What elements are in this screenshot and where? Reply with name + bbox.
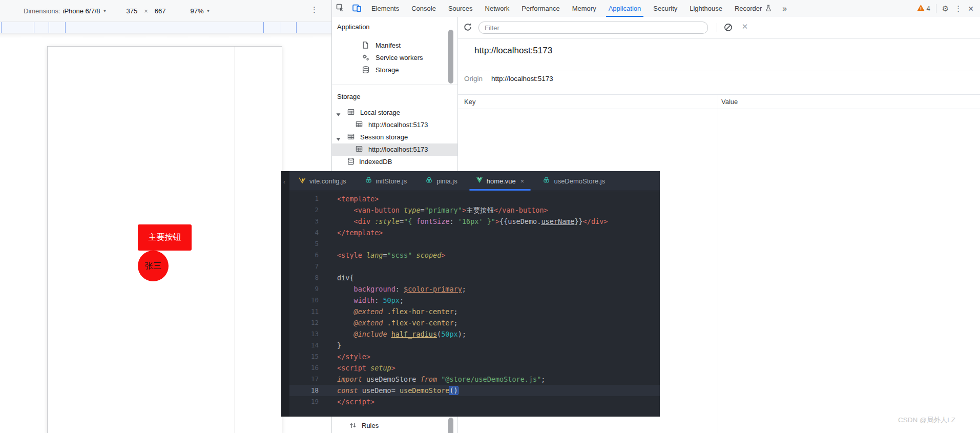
line-number[interactable]: 14 bbox=[289, 340, 324, 351]
code-line[interactable]: 5 bbox=[289, 238, 660, 250]
expand-arrow-icon[interactable] bbox=[336, 111, 341, 115]
line-number[interactable]: 12 bbox=[289, 317, 324, 328]
devtools-tab-console[interactable]: Console bbox=[405, 0, 442, 17]
tab-label: Application bbox=[609, 5, 641, 12]
line-number[interactable]: 17 bbox=[289, 374, 324, 385]
code-line[interactable]: 10 width: 50px; bbox=[289, 295, 660, 306]
line-number[interactable]: 3 bbox=[289, 216, 324, 227]
code-line[interactable]: 9 background: $color-primary; bbox=[289, 283, 660, 295]
code-line[interactable]: 18const useDemo= useDemoStore() bbox=[289, 385, 660, 396]
inspect-element-icon[interactable] bbox=[332, 0, 348, 17]
editor-tab-useDemoStore-js[interactable]: useDemoStore.js bbox=[533, 171, 614, 191]
code-lines[interactable]: 1<template>2 <van-button type="primary">… bbox=[289, 191, 660, 417]
expand-arrow-icon[interactable] bbox=[336, 135, 341, 139]
sidebar-scrollbar-thumb[interactable] bbox=[448, 30, 453, 84]
storage-tree-label: IndexedDB bbox=[359, 158, 392, 166]
code-line[interactable]: 15</style> bbox=[289, 351, 660, 362]
devtools-tab-performance[interactable]: Performance bbox=[515, 0, 566, 17]
editor-tab-pinia-js[interactable]: pinia.js bbox=[416, 171, 466, 191]
filter-input[interactable] bbox=[478, 22, 708, 34]
code-text: @extend .flex-hor-center; bbox=[324, 306, 458, 317]
primary-button[interactable]: 主要按钮 bbox=[138, 224, 192, 251]
editor-tab-initStore-js[interactable]: initStore.js bbox=[356, 171, 416, 191]
close-devtools-icon[interactable]: ✕ bbox=[968, 5, 974, 13]
editor-tab-vite-config-js[interactable]: vite.config.js bbox=[289, 171, 356, 191]
code-line[interactable]: 4</template> bbox=[289, 227, 660, 238]
storage-tree-item[interactable]: Session storage bbox=[332, 131, 457, 143]
storage-section-title: Storage bbox=[337, 93, 361, 100]
line-number[interactable]: 5 bbox=[289, 238, 324, 250]
devtools-menu-icon[interactable]: ⋮ bbox=[954, 4, 962, 13]
devtools-tab-recorder[interactable]: Recorder bbox=[728, 0, 778, 17]
line-number[interactable]: 13 bbox=[289, 328, 324, 340]
warning-count: 4 bbox=[927, 5, 930, 12]
code-line[interactable]: 2 <van-button type="primary">主要按钮</van-b… bbox=[289, 204, 660, 216]
column-header-value[interactable]: Value bbox=[721, 98, 738, 106]
sidebar-item-storage[interactable]: Storage bbox=[332, 64, 457, 76]
line-number[interactable]: 8 bbox=[289, 272, 324, 283]
devtools-tab-lighthouse[interactable]: Lighthouse bbox=[683, 0, 728, 17]
code-line[interactable]: 17import useDemoStore from "@store/useDe… bbox=[289, 374, 660, 385]
clear-icon[interactable]: ✕ bbox=[740, 22, 749, 32]
media-query-ruler[interactable] bbox=[0, 22, 331, 33]
code-line[interactable]: 11 @extend .flex-hor-center; bbox=[289, 306, 660, 317]
sidebar-item-service-workers[interactable]: Service workers bbox=[332, 52, 457, 64]
line-number[interactable]: 11 bbox=[289, 306, 324, 317]
line-number[interactable]: 7 bbox=[289, 261, 324, 272]
line-number[interactable]: 2 bbox=[289, 204, 324, 216]
code-line[interactable]: 12 @extend .flex-ver-center; bbox=[289, 317, 660, 328]
line-number[interactable]: 6 bbox=[289, 250, 324, 261]
code-line[interactable]: 3 <div :style="{ fontSize: '16px' }">{{u… bbox=[289, 216, 660, 227]
database-icon bbox=[347, 157, 355, 166]
warning-badge[interactable]: 4 bbox=[917, 4, 930, 13]
devtools-tab-elements[interactable]: Elements bbox=[365, 0, 405, 17]
storage-tree-item[interactable]: Local storage bbox=[332, 107, 457, 119]
column-header-key[interactable]: Key bbox=[464, 98, 475, 106]
refresh-icon[interactable] bbox=[463, 23, 473, 33]
line-number[interactable]: 16 bbox=[289, 362, 324, 374]
viewport-height-field[interactable]: 667 bbox=[155, 7, 166, 15]
settings-gear-icon[interactable]: ⚙ bbox=[942, 4, 949, 13]
line-number[interactable]: 4 bbox=[289, 227, 324, 238]
device-toolbar-menu-icon[interactable]: ⋮ bbox=[310, 5, 319, 14]
line-number[interactable]: 15 bbox=[289, 351, 324, 362]
line-number[interactable]: 9 bbox=[289, 283, 324, 295]
block-icon[interactable] bbox=[724, 23, 733, 32]
code-line[interactable]: 7 bbox=[289, 261, 660, 272]
line-number[interactable]: 19 bbox=[289, 396, 324, 407]
devtools-tab-memory[interactable]: Memory bbox=[566, 0, 602, 17]
line-number[interactable]: 18 bbox=[289, 385, 324, 396]
storage-tree-item[interactable]: IndexedDB bbox=[332, 156, 457, 168]
close-tab-icon[interactable]: × bbox=[520, 177, 525, 185]
code-line[interactable]: 19</script> bbox=[289, 396, 660, 407]
storage-tree-item[interactable]: http://localhost:5173 bbox=[332, 119, 457, 131]
devtools-tab-network[interactable]: Network bbox=[479, 0, 516, 17]
tab-scroll-left-icon[interactable]: ‹ bbox=[283, 178, 285, 185]
line-number[interactable]: 1 bbox=[289, 193, 324, 204]
devtools-tab-security[interactable]: Security bbox=[647, 0, 683, 17]
devtools-tab-application[interactable]: Application bbox=[602, 0, 648, 17]
viewport-width-field[interactable]: 375 bbox=[126, 7, 137, 15]
devtools-tab-sources[interactable]: Sources bbox=[442, 0, 479, 17]
line-number[interactable]: 10 bbox=[289, 295, 324, 306]
code-text: @include half_radius(50px); bbox=[324, 328, 466, 340]
watermark: CSDN @局外人LZ bbox=[898, 416, 955, 425]
storage-tree-item[interactable]: http://localhost:5173 bbox=[332, 143, 457, 156]
code-line[interactable]: 8div{ bbox=[289, 272, 660, 283]
code-text: <script setup> bbox=[324, 362, 395, 374]
toolbar-divider bbox=[936, 4, 936, 13]
ruler-tick bbox=[65, 22, 66, 33]
editor-tab-home-vue[interactable]: home.vue× bbox=[467, 171, 534, 191]
more-tabs-chevron[interactable]: » bbox=[778, 0, 791, 17]
device-toolbar-toggle-icon[interactable] bbox=[348, 0, 365, 17]
sidebar-item-manifest[interactable]: Manifest bbox=[332, 39, 457, 52]
zoom-select[interactable]: 97% bbox=[190, 7, 203, 15]
code-line[interactable]: 6<style lang="scss" scoped> bbox=[289, 250, 660, 261]
code-line[interactable]: 14} bbox=[289, 340, 660, 351]
code-line[interactable]: 1<template> bbox=[289, 193, 660, 204]
code-text: </style> bbox=[324, 351, 370, 362]
sidebar-item-rules[interactable]: Rules bbox=[332, 420, 457, 432]
device-select[interactable]: iPhone 6/7/8 bbox=[63, 7, 100, 15]
code-line[interactable]: 16<script setup> bbox=[289, 362, 660, 374]
code-line[interactable]: 13 @include half_radius(50px); bbox=[289, 328, 660, 340]
